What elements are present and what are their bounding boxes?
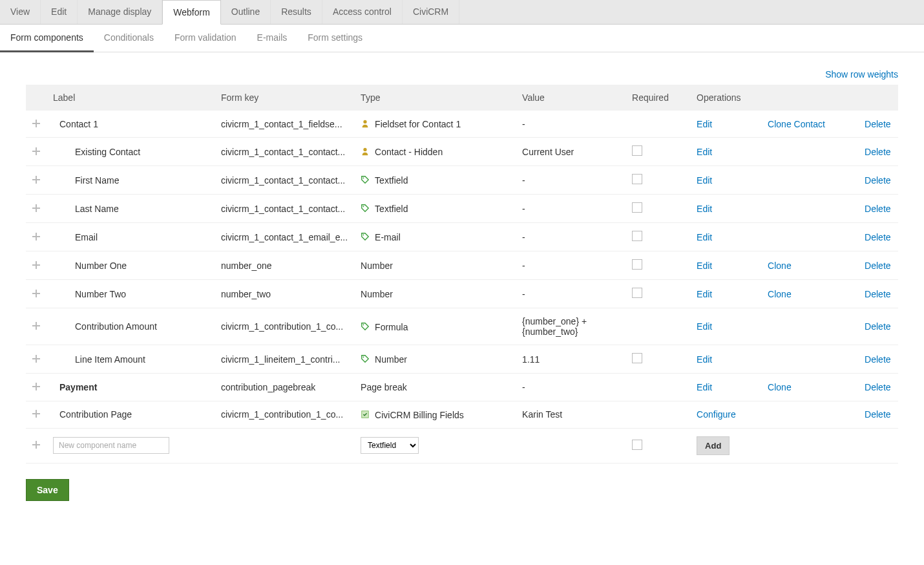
drag-handle[interactable] bbox=[26, 111, 47, 138]
show-row-weights-link[interactable]: Show row weights bbox=[825, 69, 898, 80]
delete-link[interactable]: Delete bbox=[865, 354, 890, 365]
form-key: civicrm_1_contribution_1_co... bbox=[215, 401, 354, 428]
secondary-tab-e-mails[interactable]: E-mails bbox=[247, 25, 298, 52]
delete-link[interactable]: Delete bbox=[865, 261, 890, 271]
drag-handle[interactable] bbox=[26, 280, 47, 308]
delete-link[interactable]: Delete bbox=[865, 175, 890, 186]
clone-link[interactable]: Clone bbox=[768, 382, 792, 392]
tag-icon bbox=[361, 354, 371, 365]
th-formkey: Form key bbox=[215, 85, 354, 111]
drag-handle[interactable] bbox=[26, 138, 47, 166]
table-row: Contribution Amountcivicrm_1_contributio… bbox=[26, 308, 898, 345]
edit-link[interactable]: Edit bbox=[697, 232, 712, 242]
save-button[interactable]: Save bbox=[26, 479, 69, 501]
drag-handle[interactable] bbox=[26, 428, 47, 463]
edit-link[interactable]: Edit bbox=[697, 147, 712, 157]
primary-tabs: ViewEditManage displayWebformOutlineResu… bbox=[0, 0, 924, 25]
form-key: civicrm_1_contact_1_fieldse... bbox=[215, 111, 354, 138]
component-type: Textfield bbox=[354, 166, 516, 195]
drag-handle[interactable] bbox=[26, 374, 47, 401]
component-type: Textfield bbox=[354, 195, 516, 223]
primary-tab-civicrm[interactable]: CiviCRM bbox=[403, 0, 459, 24]
primary-tab-results[interactable]: Results bbox=[271, 0, 322, 24]
drag-handle[interactable] bbox=[26, 251, 47, 280]
tag-icon bbox=[361, 232, 371, 242]
move-icon bbox=[32, 147, 40, 155]
svg-point-2 bbox=[363, 178, 364, 179]
component-value: - bbox=[516, 374, 625, 401]
table-row: Number Twonumber_twoNumber-EditCloneDele… bbox=[26, 280, 898, 308]
move-icon bbox=[32, 355, 40, 363]
move-icon bbox=[32, 204, 40, 212]
required-checkbox[interactable] bbox=[632, 174, 642, 184]
edit-link[interactable]: Edit bbox=[697, 321, 712, 332]
delete-link[interactable]: Delete bbox=[865, 289, 890, 299]
drag-handle[interactable] bbox=[26, 195, 47, 223]
required-checkbox[interactable] bbox=[632, 353, 642, 363]
required-checkbox[interactable] bbox=[632, 145, 642, 156]
secondary-tab-form-components[interactable]: Form components bbox=[0, 25, 94, 52]
component-type: Number bbox=[354, 280, 516, 308]
th-type: Type bbox=[354, 85, 516, 111]
new-component-row: TextfieldAdd bbox=[26, 428, 898, 463]
required-checkbox[interactable] bbox=[632, 259, 642, 270]
primary-tab-edit[interactable]: Edit bbox=[41, 0, 78, 24]
required-checkbox[interactable] bbox=[632, 231, 642, 241]
move-icon bbox=[32, 261, 40, 269]
table-row: Last Namecivicrm_1_contact_1_contact...T… bbox=[26, 195, 898, 223]
delete-link[interactable]: Delete bbox=[865, 232, 890, 242]
primary-tab-view[interactable]: View bbox=[0, 0, 41, 24]
component-label: Contact 1 bbox=[53, 119, 98, 129]
form-key: civicrm_1_contact_1_email_e... bbox=[215, 223, 354, 251]
component-type: Page break bbox=[354, 374, 516, 401]
component-label: Last Name bbox=[53, 204, 119, 214]
move-icon bbox=[32, 233, 40, 240]
required-checkbox[interactable] bbox=[632, 288, 642, 298]
configure-link[interactable]: Configure bbox=[697, 409, 736, 420]
delete-link[interactable]: Delete bbox=[865, 119, 890, 129]
table-row: First Namecivicrm_1_contact_1_contact...… bbox=[26, 166, 898, 195]
edit-link[interactable]: Edit bbox=[697, 261, 712, 271]
edit-link[interactable]: Edit bbox=[697, 289, 712, 299]
delete-link[interactable]: Delete bbox=[865, 409, 890, 420]
drag-handle[interactable] bbox=[26, 401, 47, 428]
tag-icon bbox=[361, 322, 371, 332]
secondary-tab-conditionals[interactable]: Conditionals bbox=[94, 25, 164, 52]
drag-handle[interactable] bbox=[26, 308, 47, 345]
component-type: Number bbox=[354, 251, 516, 280]
delete-link[interactable]: Delete bbox=[865, 321, 890, 332]
component-value: - bbox=[516, 251, 625, 280]
new-component-type-select[interactable]: Textfield bbox=[361, 437, 419, 454]
tag-icon bbox=[361, 175, 371, 186]
svg-point-5 bbox=[363, 324, 364, 325]
primary-tab-manage-display[interactable]: Manage display bbox=[78, 0, 162, 24]
edit-link[interactable]: Edit bbox=[697, 204, 712, 214]
drag-handle[interactable] bbox=[26, 345, 47, 374]
primary-tab-access-control[interactable]: Access control bbox=[322, 0, 403, 24]
drag-handle[interactable] bbox=[26, 223, 47, 251]
delete-link[interactable]: Delete bbox=[865, 147, 890, 157]
move-icon bbox=[32, 410, 40, 418]
edit-link[interactable]: Edit bbox=[697, 175, 712, 186]
clone-link[interactable]: Clone bbox=[768, 261, 792, 271]
primary-tab-webform[interactable]: Webform bbox=[162, 0, 221, 25]
primary-tab-outline[interactable]: Outline bbox=[221, 0, 271, 24]
delete-link[interactable]: Delete bbox=[865, 382, 890, 392]
drag-handle[interactable] bbox=[26, 166, 47, 195]
secondary-tab-form-settings[interactable]: Form settings bbox=[297, 25, 373, 52]
add-button[interactable]: Add bbox=[697, 436, 730, 455]
edit-link[interactable]: Edit bbox=[697, 119, 712, 129]
delete-link[interactable]: Delete bbox=[865, 204, 890, 214]
edit-link[interactable]: Edit bbox=[697, 382, 712, 392]
required-checkbox[interactable] bbox=[632, 202, 642, 213]
clone-link[interactable]: Clone bbox=[768, 289, 792, 299]
component-value: 1.11 bbox=[516, 345, 625, 374]
component-value: - bbox=[516, 223, 625, 251]
move-icon bbox=[32, 290, 40, 297]
required-checkbox[interactable] bbox=[632, 440, 642, 450]
clone_contact-link[interactable]: Clone Contact bbox=[768, 119, 825, 129]
component-label: Number Two bbox=[53, 289, 126, 299]
secondary-tab-form-validation[interactable]: Form validation bbox=[164, 25, 247, 52]
new-component-name-input[interactable] bbox=[53, 437, 169, 454]
edit-link[interactable]: Edit bbox=[697, 354, 712, 365]
